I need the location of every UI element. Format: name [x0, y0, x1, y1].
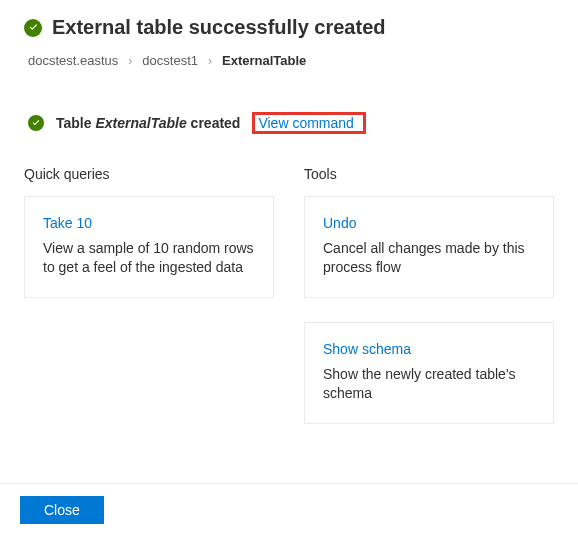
breadcrumb-item[interactable]: docstest1 — [142, 53, 198, 68]
card-description: Show the newly created table's schema — [323, 365, 535, 403]
tool-card[interactable]: Show schema Show the newly created table… — [304, 322, 554, 424]
quick-queries-column: Quick queries Take 10 View a sample of 1… — [24, 166, 274, 448]
card-title-link[interactable]: Take 10 — [43, 215, 92, 231]
card-title-link[interactable]: Undo — [323, 215, 356, 231]
success-icon — [24, 19, 42, 37]
status-suffix: created — [187, 115, 241, 131]
breadcrumb-item[interactable]: docstest.eastus — [28, 53, 118, 68]
status-row: Table ExternalTable created View command — [28, 112, 554, 134]
status-message: Table ExternalTable created — [56, 115, 240, 131]
card-description: Cancel all changes made by this process … — [323, 239, 535, 277]
card-title-link[interactable]: Show schema — [323, 341, 411, 357]
breadcrumb: docstest.eastus › docstest1 › ExternalTa… — [28, 53, 554, 68]
status-prefix: Table — [56, 115, 95, 131]
card-description: View a sample of 10 random rows to get a… — [43, 239, 255, 277]
status-tablename: ExternalTable — [95, 115, 186, 131]
breadcrumb-item-current: ExternalTable — [222, 53, 306, 68]
quick-queries-heading: Quick queries — [24, 166, 274, 182]
chevron-right-icon: › — [208, 54, 212, 68]
highlight-annotation: View command — [252, 112, 365, 134]
chevron-right-icon: › — [128, 54, 132, 68]
close-button[interactable]: Close — [20, 496, 104, 524]
view-command-link[interactable]: View command — [249, 110, 362, 136]
quick-query-card[interactable]: Take 10 View a sample of 10 random rows … — [24, 196, 274, 298]
tool-card[interactable]: Undo Cancel all changes made by this pro… — [304, 196, 554, 298]
page-title: External table successfully created — [52, 16, 386, 39]
success-icon — [28, 115, 44, 131]
footer-bar: Close — [0, 483, 578, 538]
page-header: External table successfully created — [24, 0, 554, 39]
tools-heading: Tools — [304, 166, 554, 182]
tools-column: Tools Undo Cancel all changes made by th… — [304, 166, 554, 448]
